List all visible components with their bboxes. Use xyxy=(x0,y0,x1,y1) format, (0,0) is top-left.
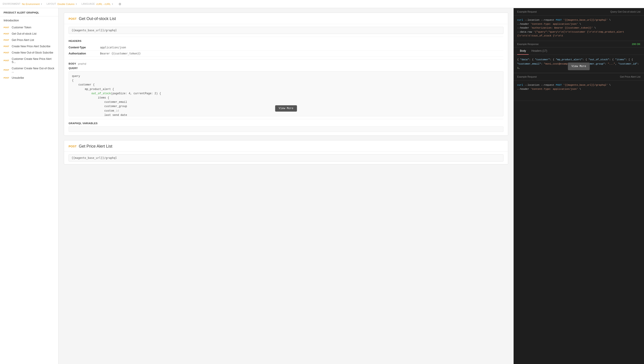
view-more-button-2[interactable]: View More xyxy=(568,63,590,70)
sidebar-title: PRODUCT ALERT GRAPHQL xyxy=(0,8,58,17)
layout-label: LAYOUT xyxy=(46,3,56,5)
lang-value[interactable]: cURL - cURL xyxy=(96,3,111,6)
view-more-button-1[interactable]: View More xyxy=(275,105,297,112)
layout-section: LAYOUT Double Column ▾ xyxy=(46,3,77,6)
layout-arrow: ▾ xyxy=(76,3,77,5)
right-panel-section2: Example Request Get Price Alert List cur… xyxy=(514,73,644,101)
code-line-7: customer_email xyxy=(72,100,500,104)
env-arrow: ▾ xyxy=(41,3,42,5)
section1-headers: HEADERS Content-Type application/json Au… xyxy=(64,37,508,59)
section1-badge: POST xyxy=(68,17,76,21)
lang-arrow: ▾ xyxy=(112,3,113,5)
right-req-header: Example Request Query Get Out-of-stock L… xyxy=(514,8,644,16)
layout-value[interactable]: Double Column xyxy=(58,3,75,6)
post-badge-7: POST xyxy=(4,77,10,79)
tab-headers[interactable]: Headers (17) xyxy=(529,48,550,55)
header-row-1: Authorization Bearer {{customer_token}} xyxy=(68,51,504,57)
header-row-0: Content-Type application/json xyxy=(68,45,504,51)
graphql-vars-input xyxy=(68,126,504,132)
sidebar-intro[interactable]: Introduction xyxy=(0,17,58,24)
query-title2: Get Price Alert List xyxy=(620,75,640,78)
graphql-vars-label: GRAPHQL VARIABLES xyxy=(68,122,504,125)
code-line-5: out_of_stock(pageSize: 4, currentPage: 2… xyxy=(72,92,500,96)
response-tabs: Body Headers (17) xyxy=(514,48,644,55)
sidebar-item-price-alert-list[interactable]: POST Get Price Alert List xyxy=(0,37,58,43)
query-title: Query Get Out-of-stock List xyxy=(610,10,640,13)
headers-label: HEADERS xyxy=(68,40,504,42)
graphql-vars: GRAPHQL VARIABLES xyxy=(64,119,508,135)
code-line-1: query xyxy=(72,74,500,79)
env-value[interactable]: No Environment xyxy=(22,3,40,6)
header-key-0: Content-Type xyxy=(68,46,96,49)
code-line-3: customer { xyxy=(72,83,500,87)
sidebar-label-4: Create New Out-of-Stock Subcribe xyxy=(12,51,53,54)
section2-header: POST Get Price Alert List xyxy=(64,140,508,152)
topbar: ENVIRONMENT No Environment ▾ LAYOUT Doub… xyxy=(0,0,644,8)
example-request2-label: Example Request xyxy=(517,75,537,78)
sidebar-item-customer-price-alert[interactable]: POST Customer Create New Price Alert S..… xyxy=(0,56,58,65)
sidebar-item-out-of-stock-list[interactable]: POST Get Out-of-stock List xyxy=(0,31,58,37)
status-badge: 200 OK xyxy=(632,43,640,46)
section2-url: {{magento_base_url}}/graphql xyxy=(68,154,504,162)
body-label: BODY xyxy=(68,62,76,65)
post-badge-6: POST xyxy=(4,69,10,71)
query-label: QUERY xyxy=(68,67,504,70)
response-header-bar: Example Response 200 OK xyxy=(514,41,644,48)
code-line-6: items { xyxy=(72,96,500,100)
section-price-alert: POST Get Price Alert List {{magento_base… xyxy=(64,140,508,164)
sidebar-item-unsubribe[interactable]: POST Unsubribe xyxy=(0,75,58,81)
example-response-label: Example Response xyxy=(517,43,538,46)
curl-code: curl --location --request POST '{{magent… xyxy=(514,16,644,41)
tab-body[interactable]: Body xyxy=(517,48,529,55)
code-line-10: last_send_date xyxy=(72,113,500,116)
query-code-block: query { customer { mp_product_alert { ou… xyxy=(68,71,504,116)
section2-title: Get Price Alert List xyxy=(79,144,112,149)
header-val-0: application/json xyxy=(100,46,126,49)
json-area: { "data": { "customer": { "mp_product_al… xyxy=(514,55,644,73)
post-badge-3: POST xyxy=(4,45,10,48)
content-area: POST Get Out-of-stock List {{magento_bas… xyxy=(58,8,514,364)
sidebar-item-customer-token[interactable]: POST Customer Token xyxy=(0,24,58,31)
post-badge-1: POST xyxy=(4,33,10,35)
section1-title: Get Out-of-stock List xyxy=(79,17,116,21)
header-key-1: Authorization xyxy=(68,52,96,55)
sidebar: PRODUCT ALERT GRAPHQL Introduction POST … xyxy=(0,8,58,364)
env-label: ENVIRONMENT xyxy=(3,3,20,5)
code-line-4: mp_product_alert { xyxy=(72,87,500,92)
sidebar-label-0: Customer Token xyxy=(12,26,31,29)
code-line-2: { xyxy=(72,79,500,83)
body-label-row: BODY graphql xyxy=(68,62,504,65)
section1-header: POST Get Out-of-stock List xyxy=(64,13,508,24)
post-badge-0: POST xyxy=(4,26,10,29)
sidebar-label-6: Customer Create New Out-of-Stock ... xyxy=(12,67,55,73)
section1-url: {{magento_base_url}}/graphql xyxy=(68,27,504,34)
section1-body: BODY graphql QUERY query { customer { mp… xyxy=(64,60,508,119)
env-section: ENVIRONMENT No Environment ▾ xyxy=(3,3,42,6)
curl-code2: curl --location --request POST '{{magent… xyxy=(514,81,644,101)
post-badge-2: POST xyxy=(4,39,10,41)
sidebar-label-3: Create New Price Alert Subcribe xyxy=(12,45,50,48)
body-sublabel: graphql xyxy=(78,62,86,65)
right-req2-header: Example Request Get Price Alert List xyxy=(514,73,644,81)
sidebar-item-create-out-of-stock[interactable]: POST Create New Out-of-Stock Subcribe xyxy=(0,50,58,56)
post-badge-4: POST xyxy=(4,52,10,54)
sidebar-item-create-price-alert[interactable]: POST Create New Price Alert Subcribe xyxy=(0,43,58,50)
post-badge-5: POST xyxy=(4,59,10,62)
section2-badge: POST xyxy=(68,145,76,148)
gear-icon[interactable]: ⚙ xyxy=(118,2,122,6)
lang-label: LANGUAGE xyxy=(82,3,95,5)
example-request-label: Example Request xyxy=(517,10,537,13)
header-val-1: Bearer {{customer_token}} xyxy=(100,52,141,55)
sidebar-label-2: Get Price Alert List xyxy=(12,39,34,42)
sidebar-item-customer-out-of-stock[interactable]: POST Customer Create New Out-of-Stock ..… xyxy=(0,65,58,75)
section-out-of-stock: POST Get Out-of-stock List {{magento_bas… xyxy=(64,13,508,136)
sidebar-label-5: Customer Create New Price Alert S... xyxy=(12,57,55,64)
sidebar-label-7: Unsubribe xyxy=(12,76,24,79)
lang-section: LANGUAGE cURL - cURL ▾ xyxy=(82,3,113,6)
sidebar-label-1: Get Out-of-stock List xyxy=(12,32,36,35)
right-panel: Example Request Query Get Out-of-stock L… xyxy=(514,8,644,364)
